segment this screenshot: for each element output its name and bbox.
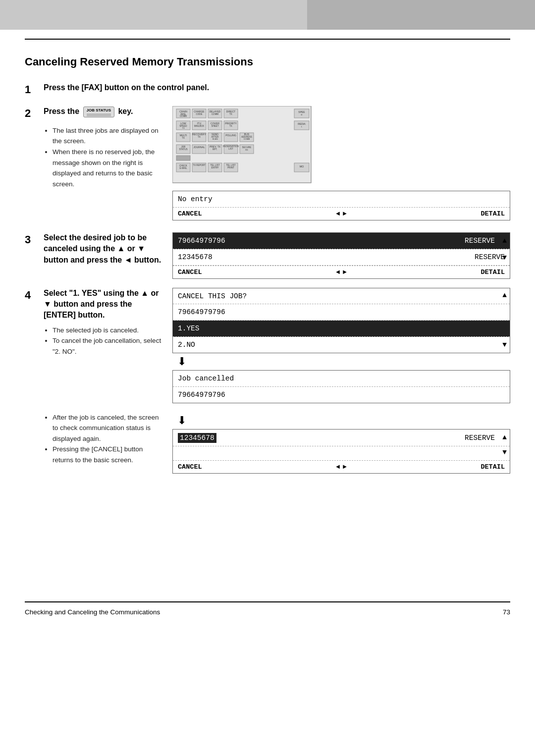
lcd-cancelled-number: 79664979796 xyxy=(178,390,225,400)
left-arrow-icon-2: ◄ xyxy=(336,269,340,276)
page-wrapper: Canceling Reserved Memory Transmissions … xyxy=(0,0,535,756)
lcd-no-entry-row: No entry xyxy=(173,191,510,207)
key-label: JOB STATUS xyxy=(87,108,111,113)
step-1-row: 1 Press the [FAX] button on the control … xyxy=(25,82,510,96)
svg-text:ENTRY: ENTRY xyxy=(211,166,218,169)
after-bullet-1: After the job is canceled, the screen to… xyxy=(53,412,162,444)
up-arrow-confirm: ▲ xyxy=(502,291,507,299)
step-2-middle: Press the JOB STATUS key. The last three… xyxy=(44,106,172,189)
step-4-bullets: The selected job is canceled. To cancel … xyxy=(44,325,162,357)
lcd-cancel-label[interactable]: CANCEL xyxy=(178,210,202,217)
step-1-content: Press the [FAX] button on the control pa… xyxy=(44,82,510,93)
step-4-wrapper: 4 Select "1. YES" using the ▲ or ▼ butto… xyxy=(25,288,510,403)
main-content: Canceling Reserved Memory Transmissions … xyxy=(0,40,535,601)
step-1-number: 1 xyxy=(25,83,44,96)
step-3-right: ▲ 79664979796 RESERVE 12345678 RESERVE C… xyxy=(172,232,510,279)
svg-text:RX: RX xyxy=(245,149,248,151)
step-4-text: Select "1. YES" using the ▲ or ▼ button … xyxy=(44,288,162,321)
lcd-no-entry-footer: CANCEL ◄ ► DETAIL xyxy=(173,207,510,220)
lcd-remaining-panel: ▲ 12345678 RESERVE CANCEL ◄ ► DETAIL xyxy=(172,429,510,474)
step-2-right: CHAIN DIAL COMM CHARGE CODE DELAYED COMM… xyxy=(172,106,510,220)
lcd-confirm-row-2: 79664979796 xyxy=(173,304,510,321)
up-arrow-icon: ▲ xyxy=(502,237,507,245)
after-notes-bullets: After the job is canceled, the screen to… xyxy=(44,412,162,466)
page-title: Canceling Reserved Memory Transmissions xyxy=(25,55,510,68)
after-notes-right: ⬇ ▲ 12345678 RESERVE CANCEL ◄ ► xyxy=(172,412,510,474)
top-bar-inner xyxy=(307,0,535,30)
step-4-number: 4 xyxy=(25,289,44,302)
lcd-job-cancelled-panel: Job cancelled 79664979796 xyxy=(172,370,510,403)
svg-text:COMM: COMM xyxy=(180,115,187,117)
svg-text:SCAN: SCAN xyxy=(212,138,217,140)
svg-text:E-MAIL: E-MAIL xyxy=(179,167,187,169)
left-arrow-icon: ◄ xyxy=(336,210,340,217)
after-notes-row: After the job is canceled, the screen to… xyxy=(25,412,510,474)
svg-text:COMM: COMM xyxy=(244,138,250,140)
svg-text:STATUS: STATUS xyxy=(179,148,187,151)
lcd-job-number-1: 79664979796 xyxy=(178,236,225,246)
svg-text:CODE: CODE xyxy=(196,113,202,115)
down-arrow-remaining: ▼ xyxy=(502,448,507,456)
lcd-no-entry-text: No entry xyxy=(178,195,213,204)
lcd-remaining-footer: CANCEL ◄ ► DETAIL xyxy=(173,460,510,473)
lcd-nav-arrows: ◄ ► xyxy=(336,210,347,217)
top-bar xyxy=(0,0,535,30)
lcd-remaining-row-1[interactable]: 12345678 RESERVE xyxy=(173,430,510,447)
step-3-middle: Select the desired job to be canceled us… xyxy=(44,232,172,266)
lcd-confirm-text: CANCEL THIS JOB? xyxy=(178,292,247,301)
lcd-confirm-no[interactable]: 2.NO xyxy=(173,337,510,353)
right-arrow-icon: ► xyxy=(343,210,347,217)
svg-text:LIST: LIST xyxy=(228,148,233,150)
lcd-confirm-yes[interactable]: 1.YES xyxy=(173,321,510,337)
lcd-remaining-detail[interactable]: DETAIL xyxy=(481,463,505,471)
svg-text:POLLING: POLLING xyxy=(225,134,236,137)
svg-text:JOURNAL: JOURNAL xyxy=(193,146,205,149)
step-2-bullets: The last three jobs are displayed on the… xyxy=(44,125,162,190)
lcd-cancel-btn[interactable]: CANCEL xyxy=(178,269,202,276)
step-2-text: Press the JOB STATUS key. xyxy=(44,106,162,117)
svg-text:D: D xyxy=(301,113,303,116)
svg-text:RPT.: RPT. xyxy=(213,148,217,151)
lcd-detail-label[interactable]: DETAIL xyxy=(481,210,505,217)
lcd-confirm-row-1: CANCEL THIS JOB? xyxy=(173,288,510,305)
lcd-job-number-2: 12345678 xyxy=(178,253,213,262)
svg-text:MO: MO xyxy=(300,165,304,168)
lcd-remaining-number: 12345678 xyxy=(178,433,216,443)
down-arrow-icon: ▼ xyxy=(502,254,507,262)
after-notes-middle: After the job is canceled, the screen to… xyxy=(44,412,172,466)
lcd-confirm-number: 79664979796 xyxy=(178,308,225,317)
lcd-job-row-1[interactable]: 79664979796 RESERVE xyxy=(173,233,510,249)
right-arrow-icon-2: ► xyxy=(343,269,347,276)
bullet-item-4a: The selected job is canceled. xyxy=(53,325,162,336)
lcd-job-list-footer: CANCEL ◄ ► DETAIL xyxy=(173,266,510,278)
up-arrow-remaining: ▲ xyxy=(502,433,507,441)
arrow-down-1: ⬇ xyxy=(172,353,510,370)
step-3-wrapper: 3 Select the desired job to be canceled … xyxy=(25,232,510,279)
arrow-down-2: ⬇ xyxy=(172,412,510,429)
lcd-detail-btn[interactable]: DETAIL xyxy=(481,269,505,276)
lcd-remaining-nav: ◄ ► xyxy=(336,463,347,471)
lcd-cancelled-row-1: Job cancelled xyxy=(173,371,510,387)
lcd-remaining-status: RESERVE xyxy=(465,433,495,443)
lcd-job-list-panel: ▲ 79664979796 RESERVE 12345678 RESERVE C… xyxy=(172,232,510,279)
lcd-remaining-empty xyxy=(173,446,510,460)
svg-rect-63 xyxy=(176,156,190,161)
lcd-yes-text: 1.YES xyxy=(178,324,200,333)
svg-text:TX: TX xyxy=(198,136,201,138)
bottom-bar: Checking and Canceling the Communication… xyxy=(0,602,535,624)
lcd-remaining-cancel[interactable]: CANCEL xyxy=(178,463,202,471)
svg-text:TX: TX xyxy=(229,113,232,115)
svg-text:TX: TX xyxy=(182,137,185,139)
lcd-job-row-2[interactable]: 12345678 RESERVE xyxy=(173,249,510,266)
fax-panel-image: CHAIN DIAL COMM CHARGE CODE DELAYED COMM… xyxy=(172,106,331,185)
svg-text:SHEET: SHEET xyxy=(211,125,218,127)
step-2-text2: key. xyxy=(118,107,133,115)
after-bullet-2: Pressing the [CANCEL] button returns to … xyxy=(53,444,162,465)
svg-text:PRINT: PRINT xyxy=(227,166,234,169)
spacer-bottom xyxy=(25,483,510,572)
job-status-key: JOB STATUS xyxy=(83,107,114,117)
lcd-job-status-1: RESERVE xyxy=(465,236,495,246)
svg-text:TX: TX xyxy=(182,127,184,129)
step-3-text: Select the desired job to be canceled us… xyxy=(44,232,162,266)
step-2-number: 2 xyxy=(25,107,44,120)
